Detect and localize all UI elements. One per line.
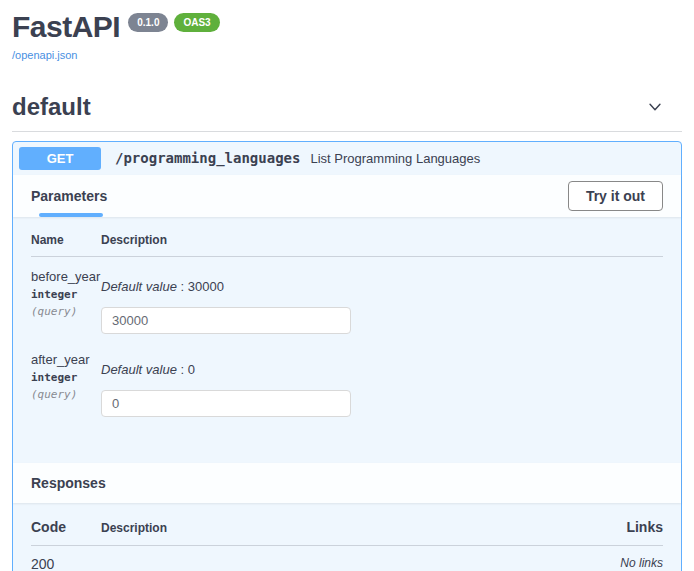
parameter-row-before-year: before_year integer (query) Default valu… — [31, 269, 663, 334]
active-tab-underline — [39, 213, 103, 217]
operation-summary-row[interactable]: GET /programming_languages List Programm… — [13, 142, 681, 175]
parameter-type: integer — [31, 288, 101, 301]
try-it-out-button[interactable]: Try it out — [568, 181, 663, 211]
version-badge: 0.1.0 — [128, 13, 168, 32]
parameter-location: (query) — [31, 305, 101, 318]
openapi-spec-link[interactable]: /openapi.json — [12, 49, 77, 61]
parameters-section-header: Parameters Try it out — [13, 175, 681, 217]
responses-section-header: Responses — [13, 463, 681, 503]
column-header-code: Code — [31, 519, 101, 535]
tag-section-default: default GET /programming_languages List … — [12, 89, 682, 571]
default-value: 30000 — [188, 279, 224, 294]
operation-path: /programming_languages — [115, 150, 300, 166]
api-badges: 0.1.0 OAS3 — [128, 10, 219, 32]
tag-header-row[interactable]: default — [12, 89, 682, 132]
column-header-description: Description — [101, 521, 583, 535]
tag-title: default — [12, 93, 91, 121]
parameter-default-text: Default value : 30000 — [101, 279, 663, 294]
parameter-name: after_year — [31, 352, 101, 368]
default-value-label: Default value — [101, 279, 177, 294]
parameters-table: Name Description before_year integer (qu… — [13, 217, 681, 463]
parameters-table-header: Name Description — [31, 233, 663, 257]
after-year-input[interactable] — [101, 390, 351, 417]
column-header-links: Links — [583, 519, 663, 535]
tab-parameters[interactable]: Parameters — [31, 188, 107, 204]
response-links: No links — [583, 556, 663, 571]
response-row-200: 200 Successful Response No links — [31, 546, 663, 571]
column-header-name: Name — [31, 233, 101, 247]
before-year-input[interactable] — [101, 307, 351, 334]
parameter-row-after-year: after_year integer (query) Default value… — [31, 352, 663, 417]
response-code: 200 — [31, 556, 101, 571]
responses-table: Code Description Links 200 Successful Re… — [13, 503, 681, 571]
swagger-ui-page: FastAPI 0.1.0 OAS3 /openapi.json default… — [0, 0, 694, 571]
default-value-separator: : — [177, 362, 188, 377]
responses-title: Responses — [31, 475, 106, 491]
default-value: 0 — [188, 362, 195, 377]
column-header-description: Description — [101, 233, 663, 247]
oas3-badge: OAS3 — [174, 13, 219, 32]
parameter-type: integer — [31, 371, 101, 384]
opblock-get-programming-languages: GET /programming_languages List Programm… — [12, 141, 682, 571]
api-info-header: FastAPI 0.1.0 OAS3 /openapi.json — [12, 0, 682, 63]
parameter-location: (query) — [31, 388, 101, 401]
operation-summary: List Programming Languages — [310, 151, 480, 166]
responses-table-header: Code Description Links — [31, 519, 663, 546]
http-method-badge: GET — [19, 147, 101, 170]
default-value-separator: : — [177, 279, 188, 294]
default-value-label: Default value — [101, 362, 177, 377]
parameter-default-text: Default value : 0 — [101, 362, 663, 377]
api-title: FastAPI — [12, 10, 120, 45]
chevron-down-icon[interactable] — [646, 98, 664, 116]
parameter-name: before_year — [31, 269, 101, 285]
